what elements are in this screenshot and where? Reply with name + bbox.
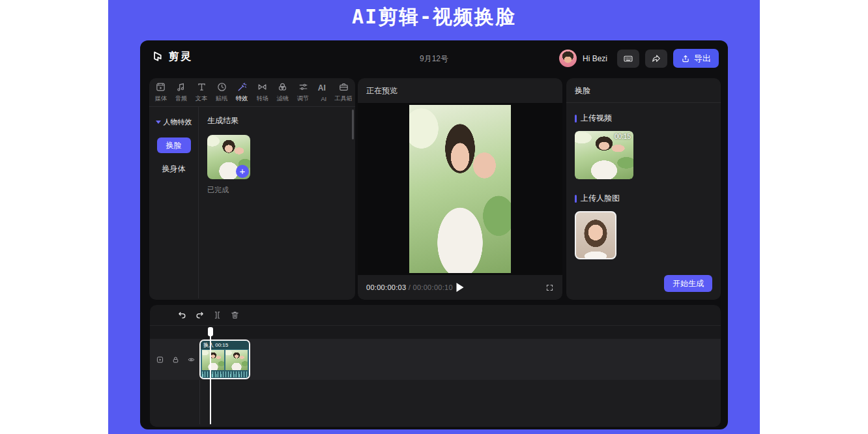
export-button[interactable]: 导出 [673, 49, 719, 68]
upload-face-label: 上传人脸图 [575, 193, 712, 204]
split-button[interactable] [210, 308, 224, 323]
section-bar [575, 195, 577, 203]
ai-icon: AI [318, 83, 329, 94]
tab-effects[interactable]: 特效 [232, 78, 252, 106]
video-stage [358, 103, 562, 275]
trash-icon [230, 310, 240, 320]
clip-frame [225, 350, 248, 371]
results-title: 生成结果 [207, 115, 347, 126]
play-button[interactable] [457, 283, 464, 292]
media-icon [155, 81, 166, 93]
sticker-icon [216, 81, 227, 93]
shortcuts-button[interactable] [617, 50, 639, 68]
timecode: 00:00:00:03 / 00:00:00:10 [366, 283, 453, 291]
playhead-handle[interactable] [208, 327, 213, 336]
export-icon [681, 54, 690, 63]
avatar[interactable] [559, 50, 577, 67]
clip-waveform [201, 370, 249, 378]
clip-frame [202, 350, 224, 371]
transition-icon [257, 81, 268, 93]
sliders-icon [298, 81, 309, 93]
undo-button[interactable] [175, 308, 189, 323]
audio-icon [175, 81, 186, 93]
preview-video[interactable] [409, 105, 511, 273]
preview-controls: 00:00:00:03 / 00:00:00:10 [358, 275, 562, 300]
page-title: AI剪辑-视频换脸 [0, 4, 868, 31]
preview-title: 正在预览 [358, 78, 562, 103]
playhead-line[interactable] [210, 327, 211, 424]
chevron-down-icon [156, 121, 161, 124]
track-type-icon[interactable] [156, 355, 164, 364]
result-status: 已完成 [207, 185, 347, 195]
redo-button[interactable] [192, 308, 207, 323]
total-time: 00:00:00:10 [413, 283, 453, 291]
timeline-clip[interactable]: 换入 00:15 [199, 340, 250, 379]
redo-icon [195, 310, 205, 320]
video-duration-badge: 00:15 [615, 133, 631, 140]
add-to-track-button[interactable]: + [236, 165, 249, 178]
result-thumbnail[interactable]: + [207, 135, 250, 179]
tab-sticker[interactable]: 贴纸 [212, 78, 232, 106]
tab-audio[interactable]: 音频 [171, 78, 191, 106]
tab-ai[interactable]: AI AI [313, 78, 334, 106]
effect-categories: 人物特效 换脸 换身体 [149, 107, 199, 298]
uploaded-face-thumbnail[interactable] [575, 211, 616, 259]
section-bar [575, 115, 577, 123]
topbar: 剪灵 9月12号 Hi Bezi 导出 [140, 40, 728, 77]
page: AI剪辑-视频换脸 AI剪辑-视频换脸 剪灵 9月12号 Hi Bezi [0, 0, 868, 434]
generate-button[interactable]: 开始生成 [664, 275, 712, 292]
share-icon [651, 53, 661, 64]
face-swap-title: 换脸 [566, 78, 721, 103]
empty-track-area [150, 380, 721, 427]
video-track: 换入 00:15 [150, 339, 721, 380]
export-label: 导出 [694, 53, 711, 65]
fullscreen-button[interactable] [545, 283, 554, 292]
split-icon [212, 310, 222, 320]
current-time: 00:00:00:03 [366, 283, 406, 291]
delete-button[interactable] [227, 308, 242, 323]
toolbox-icon [338, 81, 349, 93]
upload-video-label: 上传视频 [575, 113, 712, 124]
undo-icon [177, 310, 187, 320]
lock-icon[interactable] [171, 355, 180, 364]
tab-media[interactable]: 媒体 [151, 78, 171, 106]
keyboard-icon [623, 53, 633, 64]
filter-icon [277, 81, 288, 93]
category-item-face-swap[interactable]: 换脸 [157, 137, 191, 153]
eye-icon[interactable] [187, 355, 195, 364]
tab-adjust[interactable]: 调节 [293, 78, 313, 106]
clip-start-guide [199, 380, 200, 424]
category-item-body-swap[interactable]: 换身体 [162, 164, 186, 175]
preview-panel: 正在预览 00:00:00:03 / 00:00:00:10 [358, 78, 562, 300]
app-window: 剪灵 9月12号 Hi Bezi 导出 [140, 40, 728, 429]
scrollbar-thumb[interactable] [352, 109, 354, 139]
tabstrip: 媒体 音频 文本 贴纸 特效 [149, 78, 355, 107]
clip-label: 换入 00:15 [201, 341, 249, 349]
tab-filters[interactable]: 滤镜 [272, 78, 293, 106]
share-button[interactable] [645, 50, 667, 68]
user-greeting: Hi Bezi [583, 54, 607, 63]
tab-toolbox[interactable]: 工具箱 [334, 78, 354, 106]
clip-frames [201, 349, 249, 371]
tab-text[interactable]: 文本 [191, 78, 211, 106]
text-icon [196, 81, 207, 93]
assets-panel: 媒体 音频 文本 贴纸 特效 [149, 78, 355, 300]
tab-transitions[interactable]: 转场 [252, 78, 272, 106]
time-separator: / [406, 283, 412, 291]
magic-wand-icon [237, 81, 248, 93]
category-person-effects[interactable]: 人物特效 [156, 117, 192, 127]
face-swap-panel: 换脸 上传视频 00:15 上传人脸图 开始生成 [566, 78, 721, 300]
fullscreen-icon [545, 283, 554, 292]
uploaded-video-thumbnail[interactable]: 00:15 [575, 131, 633, 179]
results-area: 生成结果 + 已完成 [199, 107, 355, 298]
timeline-panel: 换入 00:15 [150, 305, 721, 427]
timeline-toolbar [150, 305, 721, 326]
